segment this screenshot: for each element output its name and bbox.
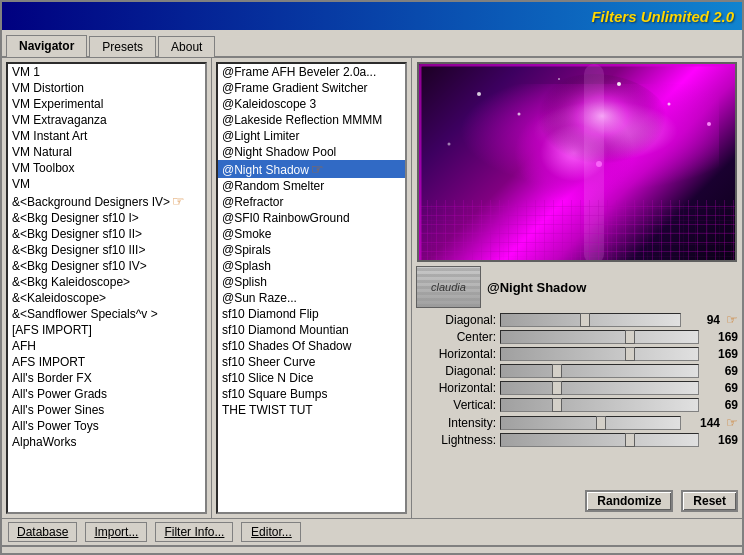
param-row: Center:169 <box>416 330 738 344</box>
param-label: Intensity: <box>416 416 496 430</box>
param-row: Diagonal:69 <box>416 364 738 378</box>
category-list-item[interactable]: &<Bkg Kaleidoscope> <box>8 274 205 290</box>
param-value: 69 <box>703 364 738 378</box>
param-value: 69 <box>703 381 738 395</box>
filter-list-item[interactable]: @SFI0 RainbowGround <box>218 210 405 226</box>
param-value: 169 <box>703 347 738 361</box>
filter-list-item[interactable]: @Kaleidoscope 3 <box>218 96 405 112</box>
filter-list-item[interactable]: @Splash <box>218 258 405 274</box>
filter-list-item[interactable]: sf10 Diamond Flip <box>218 306 405 322</box>
filter-list-item[interactable]: @Spirals <box>218 242 405 258</box>
category-list-item[interactable]: VM Experimental <box>8 96 205 112</box>
category-list-item[interactable]: VM 1 <box>8 64 205 80</box>
filter-list-item[interactable]: @Refractor <box>218 194 405 210</box>
svg-point-2 <box>477 92 481 96</box>
param-label: Vertical: <box>416 398 496 412</box>
claudia-text: claudia <box>431 281 466 293</box>
filter-list-item[interactable]: @Frame Gradient Switcher <box>218 80 405 96</box>
reset-button[interactable]: Reset <box>681 490 738 512</box>
status-text: Database: ICNET-Filters Filters: 4134 <box>10 552 140 556</box>
param-slider[interactable] <box>500 416 681 430</box>
filter-list-item[interactable]: @Smoke <box>218 226 405 242</box>
param-label: Lightness: <box>416 433 496 447</box>
category-list-item[interactable]: [AFS IMPORT] <box>8 322 205 338</box>
param-label: Center: <box>416 330 496 344</box>
category-list[interactable]: VM 1VM DistortionVM ExperimentalVM Extra… <box>6 62 207 514</box>
filter-list-item[interactable]: @Splish <box>218 274 405 290</box>
category-list-item[interactable]: VM Toolbox <box>8 160 205 176</box>
param-value: 94 <box>685 313 720 327</box>
category-list-item[interactable]: &<Bkg Designer sf10 IV> <box>8 258 205 274</box>
filter-list-item[interactable]: @Lakeside Reflection MMMM <box>218 112 405 128</box>
category-list-item[interactable]: &<Bkg Designer sf10 III> <box>8 242 205 258</box>
param-slider[interactable] <box>500 364 699 378</box>
filter-list-item[interactable]: @Light Limiter <box>218 128 405 144</box>
filter-list-item[interactable]: sf10 Sheer Curve <box>218 354 405 370</box>
category-list-item[interactable]: VM <box>8 176 205 192</box>
title-text: Filters Unlimited 2.0 <box>591 8 734 25</box>
category-list-item[interactable]: VM Extravaganza <box>8 112 205 128</box>
right-panel: claudia @Night Shadow Diagonal:94☞Center… <box>412 58 742 518</box>
main-content: VM 1VM DistortionVM ExperimentalVM Extra… <box>2 58 742 518</box>
randomize-button[interactable]: Randomize <box>585 490 673 512</box>
category-list-item[interactable]: &<Background Designers IV> ☞ <box>8 192 205 210</box>
category-list-item[interactable]: &<Bkg Designer sf10 I> <box>8 210 205 226</box>
filter-list-item[interactable]: sf10 Square Bumps <box>218 386 405 402</box>
category-list-item[interactable]: AlphaWorks <box>8 434 205 450</box>
filter-list-item[interactable]: @Frame AFH Beveler 2.0a... <box>218 64 405 80</box>
param-slider[interactable] <box>500 347 699 361</box>
param-slider[interactable] <box>500 433 699 447</box>
param-slider[interactable] <box>500 330 699 344</box>
category-list-item[interactable]: &<Bkg Designer sf10 II> <box>8 226 205 242</box>
param-row: Horizontal:169 <box>416 347 738 361</box>
param-label: Horizontal: <box>416 347 496 361</box>
filter-info-button[interactable]: Filter Info... <box>155 522 233 542</box>
category-list-item[interactable]: AFS IMPORT <box>8 354 205 370</box>
param-row: Vertical:69 <box>416 398 738 412</box>
param-row: Diagonal:94☞ <box>416 312 738 327</box>
category-list-item[interactable]: All's Power Toys <box>8 418 205 434</box>
filter-list-item[interactable]: @Random Smelter <box>218 178 405 194</box>
category-list-item[interactable]: AFH <box>8 338 205 354</box>
category-list-item[interactable]: All's Border FX <box>8 370 205 386</box>
database-button[interactable]: Database <box>8 522 77 542</box>
status-bar: Database: ICNET-Filters Filters: 4134 Ap… <box>2 545 742 555</box>
left-panel: VM 1VM DistortionVM ExperimentalVM Extra… <box>2 58 212 518</box>
category-list-item[interactable]: All's Power Grads <box>8 386 205 402</box>
tab-navigator[interactable]: Navigator <box>6 35 87 57</box>
filter-list[interactable]: @Frame AFH Beveler 2.0a...@Frame Gradien… <box>216 62 407 514</box>
filter-list-item[interactable]: @Night Shadow Pool <box>218 144 405 160</box>
import-button[interactable]: Import... <box>85 522 147 542</box>
filter-name-display: @Night Shadow <box>487 280 738 295</box>
database-label: Database: <box>10 552 65 556</box>
category-list-item[interactable]: All's Power Sines <box>8 402 205 418</box>
category-list-item[interactable]: &<Sandflower Specials^v > <box>8 306 205 322</box>
param-label: Horizontal: <box>416 381 496 395</box>
param-value: 144 <box>685 416 720 430</box>
param-value: 69 <box>703 398 738 412</box>
tab-presets[interactable]: Presets <box>89 36 156 57</box>
filter-list-item[interactable]: @Sun Raze... <box>218 290 405 306</box>
param-slider[interactable] <box>500 381 699 395</box>
filter-list-item[interactable]: sf10 Shades Of Shadow <box>218 338 405 354</box>
title-bar: Filters Unlimited 2.0 <box>2 2 742 30</box>
svg-point-6 <box>558 78 560 80</box>
param-slider[interactable] <box>500 398 699 412</box>
category-list-item[interactable]: VM Natural <box>8 144 205 160</box>
svg-point-7 <box>707 122 711 126</box>
claudia-logo: claudia <box>416 266 481 308</box>
category-list-item[interactable]: VM Distortion <box>8 80 205 96</box>
filter-list-item[interactable]: THE TWIST TUT <box>218 402 405 418</box>
svg-point-4 <box>617 82 621 86</box>
param-slider[interactable] <box>500 313 681 327</box>
filter-list-item[interactable]: sf10 Slice N Dice <box>218 370 405 386</box>
filter-list-item[interactable]: sf10 Diamond Mountian <box>218 322 405 338</box>
filter-list-item[interactable]: @Night Shadow ☞ <box>218 160 405 178</box>
category-list-item[interactable]: VM Instant Art <box>8 128 205 144</box>
category-list-item[interactable]: &<Kaleidoscope> <box>8 290 205 306</box>
param-value: 169 <box>703 433 738 447</box>
editor-button[interactable]: Editor... <box>241 522 301 542</box>
param-row: Horizontal:69 <box>416 381 738 395</box>
param-row: Lightness:169 <box>416 433 738 447</box>
tab-about[interactable]: About <box>158 36 215 57</box>
